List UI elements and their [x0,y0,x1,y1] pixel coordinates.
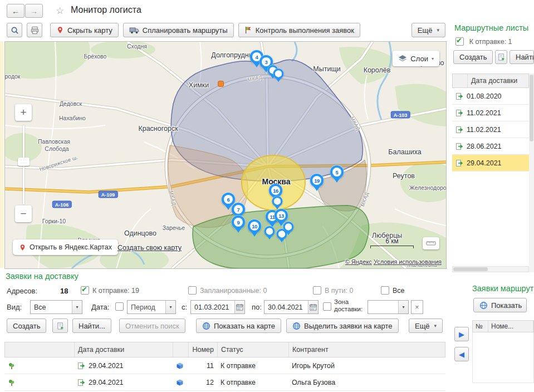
terms-of-use-link[interactable]: Условия использования [374,258,442,265]
all-filter-checkbox[interactable]: ✔ [381,286,389,295]
document-arrow-icon [77,379,85,386]
more-button-top[interactable]: Ещё ▾ [411,23,445,37]
calendar-icon[interactable] [234,301,244,313]
delivery-requests-title: Заявки на доставку [6,272,79,281]
route-lists-table-header[interactable]: Дата доставки [452,74,529,88]
document-arrow-icon [452,109,467,117]
vertical-scrollbar[interactable] [529,74,534,272]
plan-routes-button[interactable]: Спланировать маршруты [123,23,234,37]
route-requests-title: Заявки маршрут [472,284,533,293]
chevron-down-icon[interactable]: ▾ [398,301,408,313]
zone-filter-checkbox[interactable]: ✔ [323,302,331,311]
date-from-field[interactable]: 01.03.2021 [190,300,245,314]
add-to-route-button[interactable]: ▶ [454,327,469,341]
request-row[interactable]: 29.04.2021 12 К отправке Ольга Бузова [4,374,445,391]
request-row[interactable]: 29.04.2021 11 К отправке Игорь Крутой [4,357,445,374]
map-pin-icon [19,244,26,251]
map-marker[interactable]: 10 [248,219,261,237]
find-route-list-button[interactable]: Найти [509,50,534,64]
transit-filter-checkbox[interactable]: ✔ [313,286,321,295]
globe-icon [202,322,210,330]
map-marker[interactable] [273,68,284,82]
calendar-icon[interactable] [308,301,318,313]
map-marker-balloon [273,68,284,79]
request-date: 29.04.2021 [89,379,124,386]
document-arrow-icon [452,159,467,167]
left-splitter [0,41,4,268]
map-marker[interactable] [272,196,283,210]
map-marker-tail [286,231,291,235]
route-list-row[interactable]: 01.08.2020 [452,88,529,105]
date-column-header: Дата доставки [468,77,517,85]
scrollbar-thumb[interactable] [453,267,488,271]
map-marker[interactable] [264,226,275,240]
favorite-star-icon[interactable]: ☆ [56,5,64,17]
print-button[interactable] [27,23,42,37]
planned-filter-checkbox[interactable]: ✔ [188,286,197,295]
route-list-row-selected[interactable]: 29.04.2021 [452,155,529,171]
document-arrow-icon [77,362,85,370]
address-tree-icon [8,362,16,370]
chevron-down-icon[interactable]: ▾ [165,301,175,313]
column-marker [5,342,75,357]
map-marker[interactable]: 5 [330,165,344,183]
map-marker-number: 13 [277,211,286,220]
ruler-button[interactable] [423,237,439,249]
remove-from-route-button[interactable]: ◀ [454,347,469,361]
route-requests-table-header[interactable]: № Номе... [472,320,534,332]
cancel-search-button[interactable]: Отменить поиск [119,318,185,333]
zoom-in-button[interactable]: + [15,104,32,121]
forward-button[interactable]: → [25,4,43,18]
zoom-slider-handle[interactable] [18,158,30,166]
show-route-requests-button[interactable]: Показать [473,298,527,312]
control-requests-button[interactable]: Контроль выполнения заявок [238,23,360,37]
map-container[interactable]: МКАДМКАДМКАДМКАД А-103А-109А-106 СходняБ… [4,41,447,269]
date-filter-checkbox[interactable]: ✔ [115,302,124,311]
route-list-row[interactable]: 11.02.2021 [452,105,529,121]
create-route-list-button[interactable]: Создать [453,50,493,64]
view-combo[interactable]: Все ▾ [30,300,82,314]
more-label: Ещё [415,322,430,330]
copy-document-button[interactable] [495,50,507,64]
route-list-row[interactable]: 28.06.2021 [452,138,529,155]
zone-clear-button[interactable]: × [411,300,423,314]
map-marker-tail [276,78,281,82]
back-button[interactable]: ← [7,4,25,18]
period-combo[interactable]: Период ▾ [127,300,176,314]
to-ship-checkbox[interactable]: ✔ [455,37,464,46]
chevron-down-icon: ▾ [437,27,439,33]
search-button[interactable] [7,23,22,37]
requests-table-header[interactable]: Дата доставки Номер Статус Контрагент [4,342,445,357]
map-marker[interactable]: 19 [310,174,324,192]
horizontal-scrollbar[interactable] [452,266,529,272]
route-requests-empty-body[interactable] [472,332,534,383]
more-button-requests[interactable]: Ещё ▾ [409,318,443,333]
map-marker-tail [235,228,242,233]
create-own-map-link[interactable]: Создать свою карту [117,244,182,252]
zoom-out-button[interactable]: − [15,205,32,222]
globe-icon [292,322,301,330]
select-on-map-button[interactable]: Выделить заявки на карте [286,318,399,333]
chevron-down-icon[interactable]: ▾ [72,301,82,313]
scrollbar-thumb[interactable] [530,75,533,141]
globe-icon [479,301,488,310]
scale-label: 6 км [385,237,399,245]
copy-request-button[interactable] [52,318,68,333]
yandex-copyright-link[interactable]: © Яндекс [345,258,372,265]
zone-combo[interactable]: ▾ [368,300,409,314]
map-marker-balloon: 13 [275,209,288,222]
create-request-button[interactable]: Создать [7,318,46,333]
find-button[interactable]: Найти... [72,318,111,333]
to-ship-filter-checkbox[interactable]: ✔ [81,286,89,295]
route-list-date: 01.08.2020 [467,92,502,100]
layers-button[interactable]: Слои ▾ [393,51,439,66]
map-marker[interactable] [283,222,294,236]
map-marker-balloon [272,196,283,207]
arrow-right-icon: ▶ [459,330,464,339]
hide-map-button[interactable]: Скрыть карту [50,23,119,37]
show-on-map-button[interactable]: Показать на карте [196,318,281,333]
date-to-field[interactable]: 30.04.2021 [264,300,319,314]
route-list-row[interactable]: 11.02.2021 [452,121,529,138]
map-marker[interactable]: 9 [232,215,245,233]
open-in-yandex-button[interactable]: Открыть в Яндекс.Картах [13,239,118,255]
